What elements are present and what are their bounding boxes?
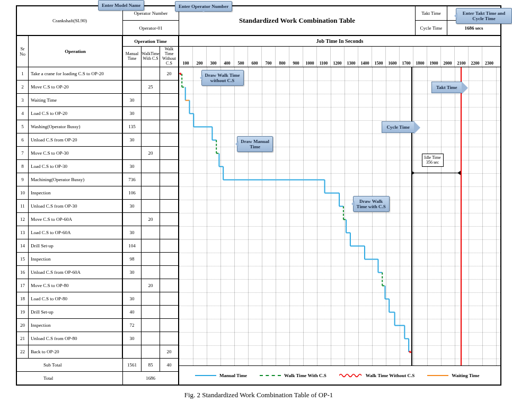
sr-cell: 6 [17, 133, 29, 146]
op-cell: Move C.S to OP-60A [29, 213, 123, 226]
walkcs-cell [142, 266, 160, 279]
table-row: 15Inspection98 [17, 252, 179, 265]
op-cell: Inspection [29, 253, 123, 265]
sr-cell: 5 [17, 120, 29, 133]
subtotal-walkcs: 85 [142, 359, 160, 371]
x-tick: 100 [179, 47, 193, 67]
callout: Draw Walk Time without C.S [201, 70, 244, 86]
x-tick: 2100 [455, 47, 469, 67]
table-header: Sr No Operation Operation Time Manual Ti… [17, 35, 500, 67]
walkcs-cell [142, 332, 160, 345]
table-row: 22Back to OP-2020 [17, 345, 179, 358]
x-tick: 900 [289, 47, 303, 67]
subtotal-manual: 1561 [123, 359, 142, 371]
legend-manual: Manual Time [195, 373, 247, 378]
x-tick: 1800 [413, 47, 427, 67]
sr-cell: 11 [17, 200, 29, 212]
walkcs-cell [142, 239, 160, 252]
op-cell: Unload C.S from OP-80 [29, 332, 123, 345]
x-tick: 1200 [331, 47, 345, 67]
callout: Draw Manual Time [237, 136, 273, 152]
x-tick: 800 [276, 47, 289, 67]
table-row: 11Unload C.S from OP-3030 [17, 199, 179, 212]
walkcs-cell: 25 [142, 81, 160, 93]
sr-cell: 15 [17, 253, 29, 265]
x-tick: 600 [248, 47, 262, 67]
manual-cell: 72 [123, 319, 142, 332]
sr-cell: 2 [17, 81, 29, 93]
manual-cell: 40 [123, 306, 142, 318]
takt-label: Takt Time [416, 6, 447, 21]
pointer-arrow: Cycle Time [382, 121, 414, 133]
manual-cell: 30 [123, 160, 142, 173]
op-cell: Inspection [29, 186, 123, 199]
op-cell: Unload C.S from OP-20 [29, 133, 123, 146]
takt-line [461, 67, 462, 365]
walkno-cell [160, 239, 179, 252]
manual-cell: 104 [123, 239, 142, 252]
walkno-cell [160, 160, 179, 173]
table-row: 16Unload C.S from OP-60A30 [17, 265, 179, 279]
table-row: 5Washing(Operator Bussy)135 [17, 120, 179, 133]
manual-cell [123, 213, 142, 226]
manual-cell: 135 [123, 120, 142, 133]
table-row: 19Drill Set-up40 [17, 305, 179, 318]
header: Crankshaft(SL90) Operator Number Operato… [17, 6, 500, 35]
op-cell: Move C.S to OP-30 [29, 147, 123, 159]
op-cell: Load C.S to OP-60A [29, 226, 123, 239]
table-row: 2Move C.S to OP-2025 [17, 80, 179, 93]
callout: Draw Walk Time with C.S [353, 196, 390, 212]
op-cell: Move C.S to OP-80 [29, 279, 123, 292]
op-cell: Load C.S to OP-30 [29, 160, 123, 173]
table-row: 7Move C.S to OP-3020 [17, 146, 179, 159]
op-cell: Back to OP-20 [29, 345, 123, 358]
op-cell: Inspection [29, 319, 123, 332]
operator-cell: Operator Number Operator-01 [123, 6, 179, 35]
walkno-cell [160, 200, 179, 212]
walkcs-cell [142, 253, 160, 265]
walkcs-cell [142, 226, 160, 239]
x-tick: 1900 [427, 47, 441, 67]
x-tick: 300 [207, 47, 220, 67]
walkno-cell [160, 94, 179, 106]
total-value: 1686 [123, 372, 178, 385]
sr-cell: 7 [17, 147, 29, 159]
sr-cell: 19 [17, 306, 29, 318]
walkcs-cell [142, 186, 160, 199]
op-cell: Waiting Time [29, 94, 123, 106]
op-cell: Washing(Operator Bussy) [29, 120, 123, 133]
walkcs-cell [142, 345, 160, 358]
table-row: 13Load C.S to OP-60A30 [17, 226, 179, 239]
walkno-cell [160, 279, 179, 292]
table-row: 18Load C.S to OP-8030 [17, 292, 179, 305]
col-walkcs: WalkTime With C.S [142, 47, 160, 67]
model-name: Crankshaft(SL90) [52, 18, 87, 23]
legend-walkcs: Walk Time With C.S [260, 373, 326, 378]
walkcs-cell [142, 200, 160, 212]
sr-cell: 21 [17, 332, 29, 345]
x-tick: 1700 [400, 47, 413, 67]
op-cell: Drill Set-up [29, 306, 123, 318]
table-row: 9Machining(Operator Bussy)736 [17, 173, 179, 186]
walkno-cell [160, 81, 179, 93]
sr-cell: 13 [17, 226, 29, 239]
x-tick: 700 [262, 47, 276, 67]
manual-cell: 30 [123, 226, 142, 239]
x-tick: 1300 [345, 47, 358, 67]
walkno-cell [160, 253, 179, 265]
x-tick: 2000 [441, 47, 455, 67]
x-tick: 2200 [469, 47, 482, 67]
manual-cell: 30 [123, 94, 142, 106]
walkno-cell [160, 173, 179, 186]
sr-cell: 14 [17, 239, 29, 252]
x-axis: 1002003004005006007008009001000110012001… [179, 47, 500, 67]
manual-cell [123, 345, 142, 358]
walkcs-cell [142, 94, 160, 106]
walkno-cell [160, 186, 179, 199]
walkno-cell [160, 319, 179, 332]
op-cell: Take a crane for loading C.S to OP-20 [29, 67, 123, 80]
callout-opnum: Enter Operator Number [175, 1, 232, 12]
legend: Manual Time Walk Time With C.S Walk Time… [179, 365, 500, 385]
walkno-cell [160, 332, 179, 345]
walkno-cell: 20 [160, 345, 179, 358]
